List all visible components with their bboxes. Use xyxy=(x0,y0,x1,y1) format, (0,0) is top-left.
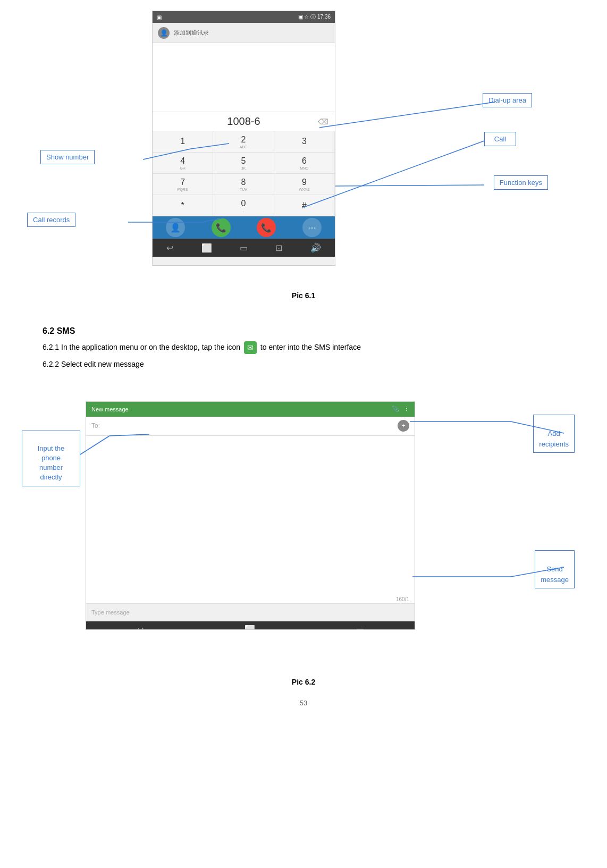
sms-top-icons: 📎 ⋮ xyxy=(392,406,409,412)
key-7[interactable]: 7PQRS xyxy=(153,174,213,195)
end-call-button[interactable]: 📞 xyxy=(257,218,276,237)
back-nav-2[interactable]: ↩ xyxy=(137,625,144,630)
status-bar-left: ▣ xyxy=(157,14,162,20)
sms-type-bar[interactable]: Type message xyxy=(86,603,415,621)
show-number-label: Show number xyxy=(40,150,95,164)
sms-title: New message xyxy=(91,406,392,412)
pic61-container: ▣ ▣ ☆ ⓘ 17:36 👤 添加到通讯录 1008-6 ⌫ 1 xyxy=(22,11,585,287)
key-star[interactable]: * xyxy=(153,195,213,216)
key-9[interactable]: 9WXYZ xyxy=(274,174,335,195)
screenshot-nav[interactable]: ⊡ xyxy=(275,243,282,253)
phone-empty-area xyxy=(153,43,335,112)
dial-number: 1008-6 xyxy=(227,115,260,128)
contact-header-text: 添加到通讯录 xyxy=(174,29,209,37)
more-icon: ⋮ xyxy=(403,406,409,412)
key-2[interactable]: 2ABC xyxy=(213,131,274,153)
phone-status-bar: ▣ ▣ ☆ ⓘ 17:36 xyxy=(153,11,335,23)
attachment-icon: 📎 xyxy=(392,406,399,412)
sms-icon xyxy=(244,341,257,354)
recents-nav-2[interactable]: ▭ xyxy=(356,625,364,630)
call-records-label: Call records xyxy=(27,213,75,227)
sms-nav-bar: ↩ ⬜ ▭ xyxy=(86,621,415,630)
volume-nav[interactable]: 🔊 xyxy=(310,243,321,253)
type-placeholder: Type message xyxy=(91,609,130,616)
page-number: 53 xyxy=(21,699,586,707)
contacts-button[interactable]: 👤 xyxy=(166,218,185,237)
home-nav[interactable]: ⬜ xyxy=(201,243,212,253)
key-5[interactable]: 5JK xyxy=(213,153,274,174)
phone-contact-header: 👤 添加到通讯录 xyxy=(153,23,335,43)
call-button[interactable]: 📞 xyxy=(212,218,231,237)
avatar-person: 👤 xyxy=(160,29,168,37)
send-message-label: Send message xyxy=(535,550,575,589)
backspace-icon[interactable]: ⌫ xyxy=(318,117,328,126)
function-keys-label: Function keys xyxy=(494,175,548,190)
phone-keypad: 1 2ABC 3 4GH 5JK 6MNO 7PQRS xyxy=(153,131,335,216)
phone-screenshot-1: ▣ ▣ ☆ ⓘ 17:36 👤 添加到通讯录 1008-6 ⌫ 1 xyxy=(152,11,335,266)
page-container: ▣ ▣ ☆ ⓘ 17:36 👤 添加到通讯录 1008-6 ⌫ 1 xyxy=(0,0,607,718)
para-622: 6.2.2 Select edit new message xyxy=(43,358,564,370)
phone-screenshot-2: New message 📎 ⋮ To: + 160/1 Type message xyxy=(86,401,415,630)
key-3[interactable]: 3 xyxy=(274,131,335,153)
sms-to-field[interactable]: To: + xyxy=(86,417,415,436)
more-button[interactable]: ⋯ xyxy=(302,218,322,237)
to-placeholder: To: xyxy=(91,422,100,429)
key-0[interactable]: 0. xyxy=(213,195,274,216)
add-recipients-label: Add recipients xyxy=(533,415,575,453)
recents-nav[interactable]: ▭ xyxy=(240,243,248,253)
sms-top-bar: New message 📎 ⋮ xyxy=(86,402,415,417)
pic61-caption: Pic 6.1 xyxy=(21,291,586,300)
pic62-caption: Pic 6.2 xyxy=(21,678,586,686)
phone-dial-display: 1008-6 ⌫ xyxy=(153,112,335,131)
sms-message-area[interactable] xyxy=(86,436,415,595)
phone-nav-bar: ↩ ⬜ ▭ ⊡ 🔊 xyxy=(153,239,335,257)
svg-line-2 xyxy=(319,102,495,128)
input-phone-directly-label: Input the phone number directly xyxy=(22,431,80,486)
back-nav[interactable]: ↩ xyxy=(166,243,173,253)
pic62-container: New message 📎 ⋮ To: + 160/1 Type message xyxy=(22,385,585,672)
key-1[interactable]: 1 xyxy=(153,131,213,153)
para-621: 6.2.1 In the application menu or on the … xyxy=(43,341,564,354)
key-hash[interactable]: # xyxy=(274,195,335,216)
svg-line-4 xyxy=(335,185,484,186)
sms-counter: 160/1 xyxy=(86,595,415,603)
section-62: 6.2 SMS 6.2.1 In the application menu or… xyxy=(21,313,586,380)
key-8[interactable]: 8TUV xyxy=(213,174,274,195)
status-bar-right: ▣ ☆ ⓘ 17:36 xyxy=(298,13,331,21)
key-6[interactable]: 6MNO xyxy=(274,153,335,174)
phone-action-bar: 👤 📞 📞 ⋯ xyxy=(153,216,335,239)
home-nav-2[interactable]: ⬜ xyxy=(245,625,255,630)
add-person-button[interactable]: + xyxy=(398,420,409,432)
call-label: Call xyxy=(484,132,516,146)
avatar-icon: 👤 xyxy=(158,27,170,39)
dial-up-area-label: Dial-up area xyxy=(483,93,532,107)
section-title-62: 6.2 SMS xyxy=(43,326,564,336)
key-4[interactable]: 4GH xyxy=(153,153,213,174)
